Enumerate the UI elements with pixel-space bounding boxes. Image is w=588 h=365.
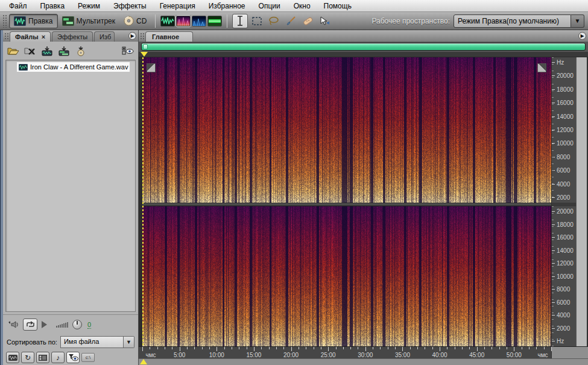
show-video-files-button[interactable] — [36, 352, 49, 363]
show-midi-files-button[interactable]: ♪ — [51, 352, 65, 363]
tab-close-icon[interactable]: × — [42, 33, 45, 40]
sort-combo[interactable]: Имя файла ▼ — [60, 336, 134, 348]
freq-label-row: Hz — [552, 59, 576, 66]
ruler-tick — [469, 347, 470, 349]
ruler-tick — [507, 347, 507, 349]
ruler-tick — [425, 347, 425, 349]
freq-label-row: 12000 — [552, 127, 576, 133]
freq-tick — [552, 224, 555, 225]
insert-into-multitrack-icon[interactable] — [57, 45, 71, 57]
selection-start-marker-bottom[interactable] — [140, 359, 147, 364]
sort-value[interactable]: Имя файла — [60, 336, 124, 348]
freq-tick — [552, 143, 555, 144]
ruler-tick — [343, 347, 344, 349]
main-panel-menu-button[interactable]: ▶ — [578, 32, 586, 40]
main-panel-grip[interactable] — [140, 33, 144, 40]
freq-tick — [552, 170, 555, 171]
files-panel-menu-button[interactable]: ▶ — [128, 32, 136, 40]
filter-options-button[interactable] — [66, 352, 80, 363]
scrub-tool[interactable] — [317, 14, 332, 28]
play-button[interactable] — [42, 321, 47, 328]
workspace-dropdown-arrow-icon[interactable]: ▼ — [571, 14, 584, 28]
show-loop-files-button[interactable]: ↻ — [21, 352, 34, 363]
close-file-icon[interactable] — [24, 45, 37, 57]
menu-item-7[interactable]: Опции — [252, 1, 287, 11]
effects-paintbrush-tool[interactable] — [283, 14, 299, 28]
volume-value[interactable]: 0 — [87, 321, 91, 329]
freq-label-row: 6000 — [552, 299, 576, 306]
tab-main[interactable]: Главное — [145, 31, 193, 42]
horizontal-zoom-bar[interactable] — [141, 43, 586, 51]
spectral-pan-view-button[interactable] — [192, 16, 206, 27]
edit-view-button[interactable]: Правка — [9, 14, 58, 28]
freq-label-row: 4000 — [552, 181, 576, 188]
lasso-selection-tool[interactable] — [266, 14, 282, 28]
menu-item-6[interactable]: Избранное — [202, 1, 252, 11]
time-selection-tool[interactable] — [232, 14, 248, 28]
freq-label: 10000 — [557, 140, 574, 147]
ruler-tick — [194, 347, 195, 349]
spectrogram-left-channel[interactable] — [142, 57, 551, 203]
menu-item-2[interactable]: Правка — [34, 1, 72, 11]
panel-grip[interactable] — [4, 33, 8, 40]
menu-item-5[interactable]: Генерация — [153, 1, 202, 11]
selection-marker-strip[interactable] — [139, 52, 588, 57]
frequency-axis[interactable]: Hz20000180001600014000120001000080006000… — [551, 57, 576, 346]
waveform-view-button[interactable] — [160, 16, 175, 27]
volume-bars-icon[interactable] — [56, 322, 68, 328]
ruler-tick — [232, 347, 232, 349]
auto-play-icon[interactable] — [8, 320, 19, 329]
spectral-phase-view-button[interactable] — [207, 16, 222, 27]
vertical-zoom-bar[interactable] — [576, 57, 588, 346]
freq-label-row: 4000 — [552, 312, 576, 319]
menu-item-1[interactable]: Файл — [2, 1, 34, 11]
import-file-icon[interactable] — [40, 45, 54, 57]
ruler-label: 45:00 — [469, 352, 484, 358]
show-audio-files-button[interactable] — [6, 352, 19, 363]
options-toggle-icon[interactable] — [121, 45, 134, 57]
spectral-display[interactable] — [142, 57, 551, 346]
cd-view-button[interactable]: CD — [119, 14, 151, 28]
volume-knob[interactable] — [72, 320, 82, 329]
spectral-scale-handle-left[interactable] — [147, 63, 156, 72]
tab-files[interactable]: Файлы× — [10, 31, 51, 42]
freq-tick — [552, 157, 555, 157]
playhead-line[interactable] — [142, 57, 144, 346]
freq-tick — [552, 116, 555, 117]
spectrogram-right-channel[interactable] — [142, 206, 551, 346]
multitrack-view-button[interactable]: Мультитрек — [58, 14, 119, 28]
menu-item-3[interactable]: Режим — [71, 1, 107, 11]
insert-into-cd-icon[interactable] — [74, 45, 87, 57]
ruler-label: 50:00 — [507, 352, 522, 358]
tab-favorites[interactable]: Изб — [94, 31, 115, 42]
spot-healing-brush-tool[interactable] — [300, 14, 315, 28]
freq-label-row: 20000 — [552, 72, 576, 79]
workspace-combo[interactable]: Режим Правка(по умолчанию) ▼ — [454, 14, 584, 28]
tab-effects[interactable]: Эффекты — [52, 31, 93, 42]
toolbar-grip[interactable] — [2, 14, 7, 28]
freq-label: 20000 — [557, 208, 574, 215]
spectral-scale-handle-right[interactable] — [537, 63, 546, 72]
open-file-icon[interactable] — [7, 45, 20, 57]
freq-tick — [552, 130, 555, 130]
file-item[interactable]: Iron Claw - A Different Game.wav — [17, 62, 130, 72]
loop-playback-button[interactable] — [23, 319, 37, 331]
menu-item-4[interactable]: Эффекты — [107, 1, 153, 11]
menu-item-9[interactable]: Помощь — [317, 1, 358, 11]
selection-start-marker[interactable] — [141, 52, 148, 57]
marquee-selection-tool[interactable] — [249, 14, 265, 28]
sort-dropdown-arrow-icon[interactable]: ▼ — [124, 336, 134, 348]
freq-label: 10000 — [557, 273, 574, 280]
ruler-tick — [224, 347, 225, 349]
bottom-marker-strip[interactable] — [139, 358, 588, 365]
file-list[interactable]: Iron Claw - A Different Game.wav — [5, 60, 136, 312]
files-toolbar — [3, 42, 138, 60]
time-ruler[interactable]: чмс5:0010:0015:0020:0025:0030:0035:0040:… — [142, 347, 551, 358]
show-full-path-button[interactable]: c:\ — [81, 353, 95, 362]
workspace-value[interactable]: Режим Правка(по умолчанию) — [454, 14, 571, 28]
ruler-tick — [477, 347, 478, 351]
sort-row: Сортировать по: Имя файла ▼ — [3, 334, 138, 350]
ruler-tick — [172, 347, 172, 349]
menu-item-8[interactable]: Окно — [287, 1, 317, 11]
spectral-frequency-view-button[interactable] — [176, 16, 191, 27]
